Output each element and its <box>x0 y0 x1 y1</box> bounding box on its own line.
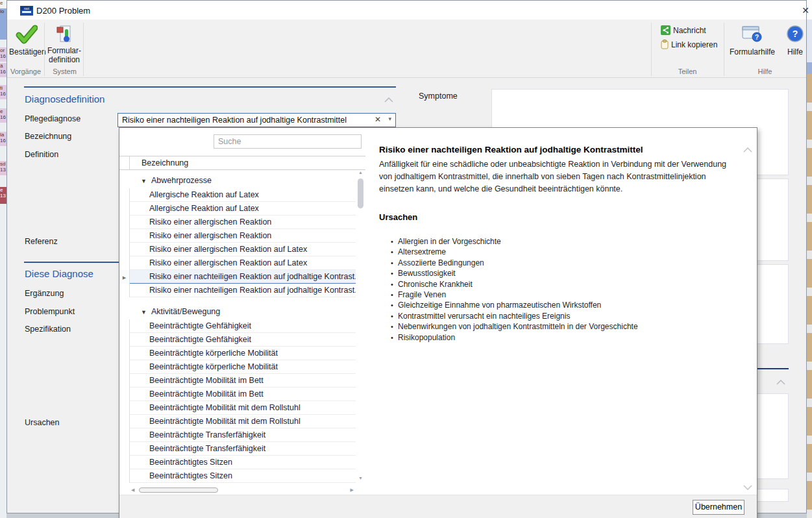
detail-scroll-up-icon[interactable] <box>743 143 752 155</box>
list-vertical-scrollbar[interactable]: ▲ ▼ <box>356 170 365 483</box>
list-item[interactable]: Beeinträchtigte körperliche Mobilität <box>119 360 356 374</box>
list-item[interactable]: Beeinträchtigte Mobilität mit dem Rollst… <box>119 401 356 415</box>
app-icon: root <box>20 6 33 18</box>
label-ursachen: Ursachen <box>25 418 60 427</box>
confirm-button[interactable]: Bestätigen <box>9 22 43 68</box>
list-item[interactable]: Beeinträchtigte Gehfähigkeit <box>119 319 356 333</box>
cause-item: Altersextreme <box>392 247 735 257</box>
clear-icon[interactable]: ✕ <box>375 115 381 124</box>
list-item-label: Beeinträchtigtes Sitzen <box>130 456 356 469</box>
copy-link-button-label: Link kopieren <box>671 40 717 49</box>
list-item[interactable]: Beeinträchtigtes Sitzen <box>119 456 356 469</box>
form-help-button[interactable]: ? Formularhilfe <box>726 23 778 56</box>
list-item[interactable]: Risiko einer allergischen Reaktion auf L… <box>119 256 356 270</box>
scroll-down-icon[interactable]: ▼ <box>356 476 365 480</box>
copy-link-button[interactable]: Link kopieren <box>661 40 717 51</box>
list-item[interactable]: Risiko einer allergischen Reaktion <box>119 229 356 243</box>
form-definition-icon <box>46 25 82 45</box>
background-app-left: e io or 16 ä 16 ti 16 e 16 la 16 sd 13 e… <box>0 0 6 518</box>
chevron-down-icon[interactable]: ▾ <box>388 116 391 122</box>
scrollbar-thumb[interactable] <box>358 179 363 208</box>
diagnosis-picker-popup: Bezeichnung ▼Abwehrprozesse Allergische … <box>119 127 757 518</box>
group-label-teilen: Teilen <box>651 68 724 75</box>
row-header-cell <box>119 428 130 442</box>
row-header-cell <box>119 401 130 415</box>
list-item[interactable]: Beeinträchtigte Mobilität mit dem Rollst… <box>119 415 356 428</box>
list-item-label: Beeinträchtigte Transferfähigkeit <box>130 442 356 456</box>
message-button-label: Nachricht <box>673 26 706 35</box>
search-input[interactable] <box>214 134 362 149</box>
group-label-system: System <box>46 68 83 75</box>
list-header: Bezeichnung <box>119 156 365 170</box>
list-item-selected[interactable]: ▶Risiko einer nachteiligen Reaktion auf … <box>119 270 356 284</box>
scrollbar-thumb[interactable] <box>139 487 218 493</box>
row-header-cell <box>119 360 130 374</box>
detail-causes-heading: Ursachen <box>379 212 735 222</box>
list-item-label: Beeinträchtigtes Sitzen <box>130 469 356 483</box>
list-item[interactable]: Beeinträchtigte Gehfähigkeit <box>119 333 356 347</box>
collapse-expander-icon[interactable]: ▼ <box>141 178 147 184</box>
row-header-cell <box>119 284 130 297</box>
row-header-cell <box>119 202 130 216</box>
list-group-row[interactable]: ▼Abwehrprozesse <box>119 170 356 188</box>
scroll-left-icon[interactable]: ◀ <box>131 486 134 494</box>
scroll-right-icon[interactable]: ▶ <box>351 486 354 494</box>
list-item-label: Risiko einer allergischen Reaktion <box>130 229 356 243</box>
list-group-row[interactable]: ▼Aktivität/Bewegung <box>119 297 356 319</box>
label-ergaenzung: Ergänzung <box>25 289 64 298</box>
background-fragment: io <box>0 8 6 40</box>
list-item[interactable]: Beeinträchtigte Transferfähigkeit <box>119 428 356 442</box>
column-header-bezeichnung[interactable]: Bezeichnung <box>130 156 365 169</box>
check-icon <box>9 25 43 46</box>
cause-item: Allergien in der Vorgeschichte <box>392 236 735 247</box>
cause-item: Gleichzeitige Einnahme von pharmazeutisc… <box>392 300 735 310</box>
list-item[interactable]: Risiko einer allergischen Reaktion <box>119 216 356 229</box>
list-item[interactable]: Allergische Reaktion auf Latex <box>119 188 356 202</box>
background-fragment: sd 13 <box>0 161 6 175</box>
svg-text:?: ? <box>793 29 798 39</box>
close-icon[interactable]: ✕ <box>796 3 812 18</box>
list-item[interactable]: Beeinträchtigtes Sitzen <box>119 469 356 483</box>
list-item-label: Beeinträchtigte körperliche Mobilität <box>130 347 356 360</box>
row-header-cell <box>119 374 130 388</box>
list-item[interactable]: Risiko einer nachteiligen Reaktion auf j… <box>119 284 356 297</box>
list-item[interactable]: Beeinträchtigte Transferfähigkeit <box>119 442 356 456</box>
detail-scroll-down-icon[interactable] <box>743 481 752 493</box>
detail-description: Anfälligkeit für eine schädliche oder un… <box>379 158 735 195</box>
label-symptome: Symptome <box>419 92 458 101</box>
row-header-cell <box>119 415 130 428</box>
cause-item: Kontrastmittel verursacht ein nachteilig… <box>392 311 735 321</box>
cause-item: Risikopopulation <box>392 332 735 343</box>
list-item-label: Beeinträchtigte Mobilität im Bett <box>130 374 356 388</box>
diagnosis-combobox[interactable]: ✕ ▾ <box>117 113 396 127</box>
apply-button[interactable]: Übernehmen <box>693 500 744 515</box>
collapse-section-icon[interactable] <box>776 376 785 388</box>
label-pflegediagnose: Pflegediagnose <box>25 114 80 123</box>
cause-item: Chronische Krankheit <box>392 279 735 290</box>
list-item[interactable]: Beeinträchtigte körperliche Mobilität <box>119 347 356 360</box>
svg-text:root: root <box>24 7 30 10</box>
cause-item: Nebenwirkungen von jodhaltigen Kontrastm… <box>392 321 735 332</box>
list-item[interactable]: Allergische Reaktion auf Latex <box>119 202 356 216</box>
group-label: Abwehrprozesse <box>151 176 212 185</box>
background-fragment: e 16 <box>0 108 6 123</box>
background-app-right <box>807 0 812 518</box>
list-item[interactable]: Risiko einer allergischen Reaktion auf L… <box>119 243 356 256</box>
background-fragment: e 13 <box>0 187 6 204</box>
row-header-stub <box>119 156 130 169</box>
help-button[interactable]: ? Hilfe <box>781 23 809 56</box>
form-definition-label-2: definition <box>46 55 82 64</box>
diagnosis-input[interactable] <box>118 114 371 127</box>
collapse-expander-icon[interactable]: ▼ <box>141 309 147 315</box>
scroll-up-icon[interactable]: ▲ <box>356 170 365 175</box>
collapse-section-icon[interactable] <box>384 93 393 105</box>
svg-text:?: ? <box>755 34 759 41</box>
list-item[interactable]: Beeinträchtigte Mobilität im Bett <box>119 388 356 401</box>
window-title: D200 Problem <box>36 6 90 16</box>
list-horizontal-scrollbar[interactable]: ◀ ▶ <box>130 486 355 494</box>
message-button[interactable]: Nachricht <box>661 25 706 37</box>
label-referenz: Referenz <box>25 237 58 246</box>
list-item[interactable]: Beeinträchtigte Mobilität im Bett <box>119 374 356 388</box>
share-icon <box>661 25 671 35</box>
form-definition-button[interactable]: Formular- definition <box>46 22 82 68</box>
